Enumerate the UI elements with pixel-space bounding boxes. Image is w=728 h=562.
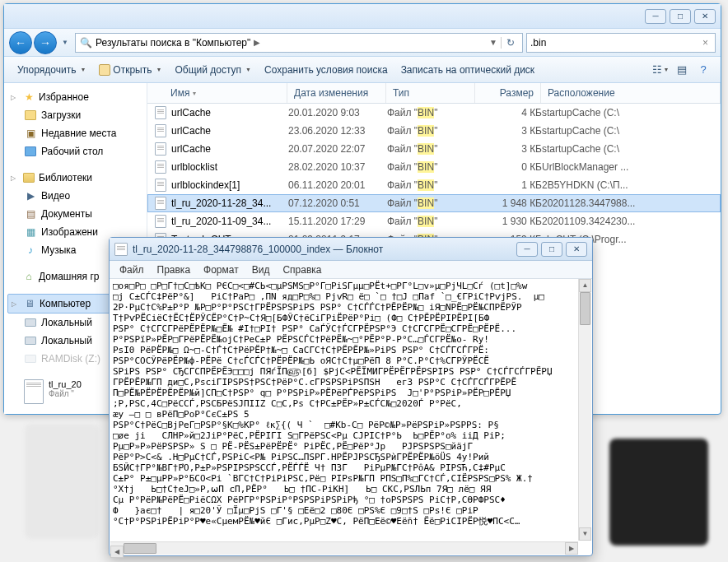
column-name[interactable]: Имя▾ — [147, 83, 287, 103]
notepad-titlebar: tl_ru_2020-11-28_344798876_100000_index … — [110, 238, 592, 261]
table-row[interactable]: urlCache20.07.2020 22:07Файл "BIN"3 КБst… — [147, 140, 721, 158]
menu-format[interactable]: Формат — [197, 262, 245, 277]
minimize-button[interactable]: ─ — [645, 9, 666, 24]
file-icon — [155, 197, 166, 210]
notepad-textarea[interactable]: □оя□Р□ □Р□Г†□С□ѣК□ РЄС□<□#СЬ<□µРЅМЅ□Р°Г□… — [110, 279, 592, 555]
chevron-right-icon: ▶ — [250, 38, 264, 47]
open-icon — [99, 64, 110, 76]
column-size[interactable]: Размер — [475, 83, 541, 103]
column-headers: Имя▾ Дата изменения Тип Размер Расположе… — [147, 83, 721, 104]
save-search-button[interactable]: Сохранить условия поиска — [258, 61, 394, 79]
chevron-down-icon: ▼ — [245, 67, 251, 72]
menu-help[interactable]: Справка — [276, 262, 328, 277]
picture-icon: ▦ — [24, 225, 37, 239]
chevron-down-icon: ▼ — [80, 67, 86, 72]
search-input[interactable] — [530, 37, 699, 49]
help-button[interactable]: ? — [693, 61, 714, 79]
back-button[interactable]: ← — [9, 31, 32, 54]
computer-icon: 🖥 — [23, 297, 36, 310]
music-icon: ♪ — [24, 244, 37, 257]
video-icon: ▶ — [24, 189, 37, 202]
background-shape — [609, 439, 708, 546]
toolbar: Упорядочить▼ Открыть▼ Общий доступ▼ Сохр… — [4, 57, 721, 83]
search-box[interactable]: × — [526, 33, 716, 53]
drive-icon — [25, 318, 36, 327]
table-row[interactable]: urlCache23.06.2020 12:33Файл "BIN"3 КБst… — [147, 122, 721, 140]
refresh-button[interactable]: ↻ — [501, 37, 519, 49]
drive-icon — [25, 355, 36, 363]
table-row[interactable]: urlblockindex[1]06.11.2020 20:01Файл "BI… — [147, 176, 721, 194]
notepad-icon — [114, 243, 128, 256]
scroll-down-button[interactable]: ▼ — [579, 527, 591, 541]
notepad-title: tl_ru_2020-11-28_344798876_100000_index … — [133, 244, 513, 255]
nav-history-dropdown[interactable]: ▼ — [58, 34, 72, 52]
homegroup-icon: ⌂ — [22, 270, 35, 283]
sidebar-item-videos[interactable]: ▶Видео — [7, 187, 143, 205]
file-icon — [24, 379, 44, 404]
burn-button[interactable]: Записать на оптический диск — [394, 61, 542, 79]
address-dropdown[interactable]: ▼ — [486, 38, 501, 47]
preview-pane-button[interactable]: ▤ — [671, 61, 693, 79]
file-icon — [155, 215, 166, 228]
file-icon — [155, 106, 166, 119]
menu-file[interactable]: Файл — [113, 262, 151, 277]
menu-edit[interactable]: Правка — [151, 262, 198, 277]
scroll-left-button[interactable]: ◀ — [110, 546, 124, 558]
folder-icon — [25, 110, 36, 120]
clear-search-button[interactable]: × — [699, 37, 712, 49]
column-type[interactable]: Тип — [386, 83, 475, 103]
vertical-scrollbar[interactable]: ▲ ▼ — [578, 279, 591, 541]
star-icon: ★ — [22, 91, 35, 104]
chevron-down-icon: ▼ — [156, 67, 162, 72]
forward-button[interactable]: → — [34, 31, 57, 54]
file-icon — [155, 142, 166, 156]
column-date[interactable]: Дата изменения — [287, 83, 386, 103]
notepad-menubar: Файл Правка Формат Вид Справка — [110, 261, 592, 279]
table-row[interactable]: tl_ru_2020-11-09_34...15.11.2020 17:29Фа… — [147, 212, 721, 230]
file-icon — [155, 179, 166, 192]
libraries-header[interactable]: ▷ Библиотеки — [7, 169, 143, 187]
library-icon — [23, 173, 35, 183]
background-shape — [25, 424, 99, 539]
open-button[interactable]: Открыть▼ — [92, 61, 168, 79]
document-icon: ▤ — [24, 207, 37, 221]
breadcrumb: Результаты поиска в "Компьютер" — [96, 37, 250, 49]
drive-icon — [25, 337, 36, 345]
scroll-thumb[interactable] — [580, 292, 590, 325]
sidebar-item-documents[interactable]: ▤Документы — [7, 205, 143, 223]
nav-bar: ← → ▼ 🔍 Результаты поиска в "Компьютер" … — [4, 29, 721, 57]
organize-button[interactable]: Упорядочить▼ — [11, 61, 92, 79]
maximize-button[interactable]: □ — [670, 9, 691, 24]
explorer-titlebar: ─ □ ✕ — [4, 4, 721, 29]
address-bar[interactable]: 🔍 Результаты поиска в "Компьютер" ▶ ▼ ↻ — [75, 33, 523, 53]
scroll-thumb[interactable] — [124, 543, 156, 554]
desktop-icon — [25, 146, 36, 156]
file-icon — [155, 160, 166, 174]
notepad-window: tl_ru_2020-11-28_344798876_100000_index … — [109, 237, 593, 556]
table-row[interactable]: urlCache20.01.2020 9:03Файл "BIN"4 КБsta… — [147, 104, 721, 122]
scroll-right-button[interactable]: ▶ — [565, 542, 578, 555]
file-icon — [155, 124, 166, 137]
sidebar-item-desktop[interactable]: Рабочий стол — [7, 142, 143, 160]
sidebar-item-downloads[interactable]: Загрузки — [7, 106, 143, 124]
favorites-header[interactable]: ▷★ Избранное — [7, 88, 143, 106]
search-folder-icon: 🔍 — [79, 36, 92, 49]
view-options-button[interactable]: ☷▼ — [650, 61, 671, 79]
close-button[interactable]: ✕ — [566, 242, 587, 257]
column-location[interactable]: Расположение — [541, 83, 721, 103]
menu-view[interactable]: Вид — [245, 262, 277, 277]
scroll-up-button[interactable]: ▲ — [579, 279, 591, 292]
share-button[interactable]: Общий доступ▼ — [168, 61, 258, 79]
sidebar-item-recent[interactable]: ▣Недавние места — [7, 124, 143, 142]
minimize-button[interactable]: ─ — [516, 242, 538, 257]
maximize-button[interactable]: □ — [541, 242, 562, 257]
close-button[interactable]: ✕ — [694, 9, 716, 24]
recent-icon: ▣ — [24, 127, 37, 140]
table-row[interactable]: tl_ru_2020-11-28_34...07.12.2020 0:51Фай… — [147, 194, 721, 212]
table-row[interactable]: urlblocklist28.02.2020 10:37Файл "BIN"0 … — [147, 158, 721, 176]
horizontal-scrollbar[interactable]: ◀ ▶ — [110, 541, 578, 555]
